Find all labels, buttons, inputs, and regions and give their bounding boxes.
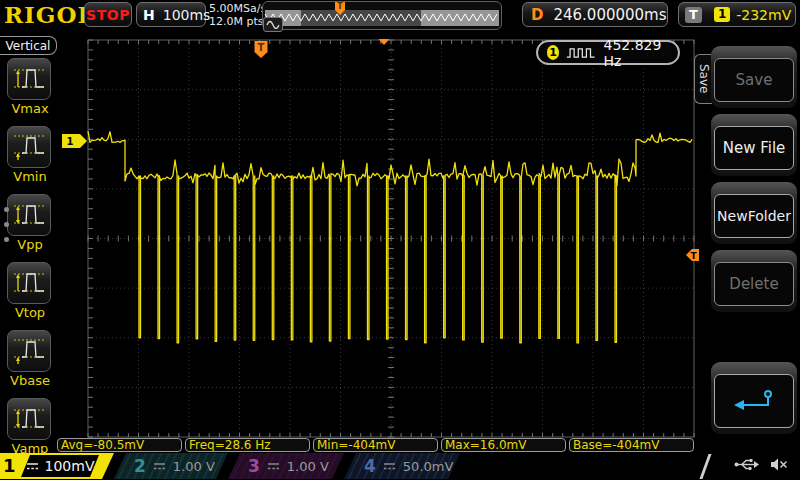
softkey-slot — [711, 362, 797, 434]
measure-freq: Freq=28.6 Hz — [185, 438, 310, 452]
measure-min: Min=-404mV — [313, 438, 438, 452]
channel-4-status[interactable]: 4 50.0mV — [344, 453, 460, 479]
dc-coupling-icon — [383, 461, 396, 471]
sidebar-item-label: Vbase — [7, 373, 53, 388]
sidebar-item-vbase[interactable]: Vbase — [7, 330, 53, 388]
channel-number: 1 — [3, 455, 16, 476]
delay-value: 246.000000ms — [553, 6, 666, 24]
trigger-readout-box: T 1 -232mV — [678, 2, 796, 27]
memory-depth: 12.0M pts — [209, 15, 266, 28]
page-indicator-dot — [4, 207, 9, 212]
return-arrow-icon — [731, 388, 777, 414]
menu-tab-save: Save — [694, 54, 712, 104]
softkey-slot: Save — [711, 46, 797, 108]
stop-label: STOP — [86, 7, 130, 23]
square-wave-icon — [566, 45, 596, 61]
acquisition-info: 5.00MSa/s 12.0M pts — [209, 2, 266, 28]
sidebar-item-label: Vmax — [7, 101, 53, 116]
sidebar-item-vtop[interactable]: Vtop — [7, 262, 53, 320]
status-divider — [699, 454, 711, 479]
wave-icon — [263, 17, 283, 32]
sample-rate: 5.00MSa/s — [209, 2, 266, 15]
delete-button[interactable]: Delete — [714, 262, 794, 306]
trigger-level-value: -232mV — [736, 7, 791, 23]
speaker-muted-icon — [770, 457, 788, 472]
frequency-counter-badge: 1 452.829 Hz — [536, 40, 680, 65]
channel-scale: 50.0mV — [403, 459, 454, 474]
vmax-icon — [12, 65, 46, 93]
memory-waveform-preview: T — [263, 2, 501, 29]
sidebar-item-label: Vtop — [7, 305, 53, 320]
counter-channel-badge: 1 — [547, 45, 559, 60]
sidebar-item-label: Vmin — [7, 169, 53, 184]
vpp-icon — [12, 201, 46, 229]
page-indicator-dot — [4, 222, 9, 227]
run-stop-status[interactable]: STOP — [84, 2, 132, 27]
channel-number: 2 — [134, 456, 146, 476]
save-menu-panel: Save Save New File NewFolder Delete — [700, 30, 800, 480]
dc-coupling-icon — [267, 461, 280, 471]
channel-scale: 1.00 V — [173, 459, 215, 474]
new-file-button[interactable]: New File — [714, 126, 794, 170]
channel-1-status[interactable]: 1 100mV — [0, 453, 114, 479]
delay-readout-box: D 246.000000ms — [522, 2, 668, 27]
d-label: D — [531, 6, 543, 24]
save-button[interactable]: Save — [714, 58, 794, 102]
h-label: H — [143, 7, 155, 23]
horizontal-timebase-box[interactable]: H 100ms — [136, 2, 206, 27]
trigger-source-badge: 1 — [714, 7, 730, 22]
usb-icon — [733, 457, 760, 472]
channel-scale: 100mV — [45, 458, 95, 474]
vbase-icon — [12, 337, 46, 365]
svg-text:T: T — [337, 2, 343, 11]
graticule-and-waveform: 1TT — [0, 0, 800, 480]
new-folder-button[interactable]: NewFolder — [714, 194, 794, 238]
oscilloscope-screen: 1TT RIGOL STOP H 100ms 5.00MSa/s 12.0M p… — [0, 0, 800, 480]
t-label: T — [685, 7, 702, 23]
counter-frequency-value: 452.829 Hz — [603, 37, 669, 69]
channel-number: 3 — [248, 456, 260, 476]
vtop-icon — [12, 269, 46, 297]
memory-position-strip[interactable]: T — [262, 1, 502, 30]
channel-number: 4 — [364, 456, 376, 476]
channel-status-bar: 1 100mV 2 1.00 V 3 1.00 V — [0, 453, 800, 480]
vamp-icon — [12, 405, 46, 433]
measure-base: Base=-404mV — [569, 438, 694, 452]
dc-coupling-icon — [26, 461, 39, 471]
vmin-icon — [12, 133, 46, 161]
softkey-slot: NewFolder — [711, 182, 797, 244]
timebase-value: 100ms — [163, 7, 211, 23]
sidebar-item-vpp[interactable]: Vpp — [7, 194, 53, 252]
channel-scale: 1.00 V — [287, 459, 329, 474]
sidebar-item-vmin[interactable]: Vmin — [7, 126, 53, 184]
dc-coupling-icon — [153, 461, 166, 471]
svg-text:T: T — [258, 42, 265, 53]
back-button[interactable] — [714, 374, 794, 428]
channel-3-status[interactable]: 3 1.00 V — [228, 453, 344, 479]
sidebar-title: Vertical — [0, 36, 57, 55]
sidebar-item-label: Vpp — [7, 237, 53, 252]
rigol-logo: RIGOL — [4, 1, 95, 28]
softkey-slot: Delete — [711, 250, 797, 312]
sidebar-item-vamp[interactable]: Vamp — [7, 398, 53, 456]
vertical-measure-sidebar: Vertical Vmax Vmin — [0, 30, 60, 480]
top-status-bar: RIGOL STOP H 100ms 5.00MSa/s 12.0M pts T… — [0, 0, 800, 32]
measure-avg: Avg=-80.5mV — [57, 438, 182, 452]
svg-text:T: T — [690, 251, 697, 261]
sidebar-item-vmax[interactable]: Vmax — [7, 58, 53, 116]
page-indicator-dot — [4, 237, 9, 242]
measure-max: Max=16.0mV — [441, 438, 566, 452]
softkey-slot: New File — [711, 114, 797, 176]
svg-text:1: 1 — [67, 136, 74, 147]
channel-2-status[interactable]: 2 1.00 V — [114, 453, 228, 479]
